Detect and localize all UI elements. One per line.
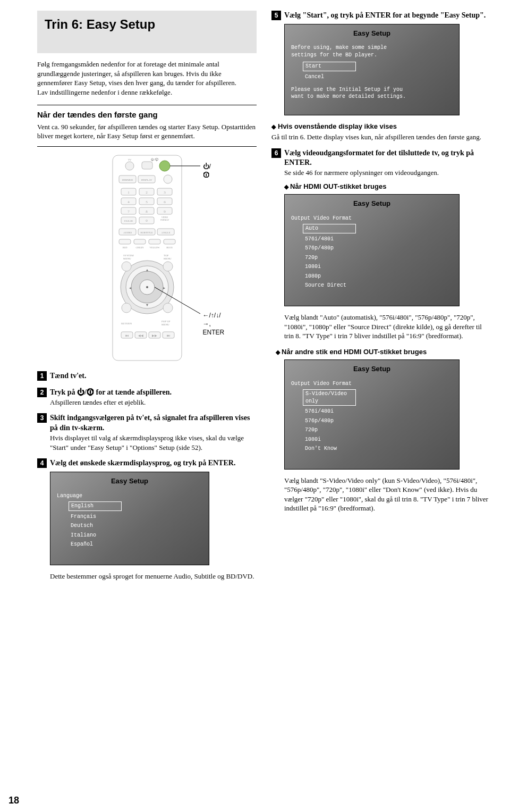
no-display-text: Gå til trin 6. Dette display vises kun, … [271,132,491,142]
step-2: 2 Tryk på ⏻/⏼ for at tænde afspilleren. … [37,388,257,407]
hdmi-note: Vælg blandt "Auto" (automatisk), "576i/4… [284,313,491,341]
svg-text:▴: ▴ [146,267,148,272]
svg-text:6: 6 [164,200,166,204]
svg-text:AUDIO: AUDIO [123,231,131,234]
screen-title: Easy Setup [291,364,453,374]
svg-point-11 [164,175,172,183]
svg-text:YELLOW: YELLOW [149,246,160,249]
screen-hdmi-format: Easy Setup Output Video Format Auto 576i… [284,194,460,306]
svg-text:▸: ▸ [163,286,165,290]
svg-point-58 [146,286,148,288]
svg-text:3: 3 [164,190,166,195]
step-3: 3 Skift indgangsvælgeren på tv'et, så si… [37,413,257,452]
screen-option: 576p/480p [303,417,356,425]
when-other-heading: Når andre stik end HDMI OUT-stikket brug… [284,347,491,357]
screen-option: Français [69,513,122,521]
screen-option: 576p/480p [303,244,356,253]
svg-text:▾: ▾ [146,303,148,307]
svg-text:8: 8 [146,210,148,214]
svg-point-4 [159,161,170,171]
when-hdmi-heading: Når HDMI OUT-stikket bruges [284,182,491,191]
svg-text:MENU: MENU [162,323,169,326]
svg-text:RED: RED [122,246,128,249]
intro-text: Følg fremgangsmåden nedenfor for at fore… [37,60,257,97]
step-headline: Vælg "Start", og tryk på ENTER for at be… [284,11,486,19]
svg-text:⏻/⏼: ⏻/⏼ [151,158,158,161]
svg-text:GREEN: GREEN [135,246,144,249]
svg-text:⏭: ⏭ [167,334,170,337]
step-5: 5 Vælg "Start", og tryk på ENTER for at … [271,11,491,21]
screen-before-text: Before using, make some simple settings … [291,44,453,58]
screen-option: Deutsch [69,522,122,530]
svg-text:SYSTEM: SYSTEM [123,254,134,257]
svg-text:⏮: ⏮ [125,334,129,337]
svg-point-66 [163,303,173,313]
screen-label: Output Video Format [291,380,453,388]
step-number: 5 [271,11,281,20]
svg-point-1 [125,162,134,170]
screen-title: Easy Setup [291,29,453,38]
svg-point-65 [122,303,131,313]
step-headline: Vælg det ønskede skærmdisplaysprog, og t… [50,459,235,467]
callout-power: ⏻/⏼ [203,162,211,179]
screen-option: Don't Know [303,445,356,453]
svg-text:▶▶: ▶▶ [152,334,157,337]
step-1: 1 Tænd tv'et. [37,371,257,381]
svg-text:SUBTITLE: SUBTITLE [140,231,153,234]
screen-option: 1080i [303,263,356,271]
svg-text:RETURN: RETURN [121,322,132,325]
screen-option: English [69,501,122,511]
svg-rect-44 [149,239,160,244]
svg-rect-3 [142,162,152,169]
screen-option: 1080i [303,436,356,444]
step-headline: Skift indgangsvælgeren på tv'et, så sign… [50,414,250,432]
svg-text:BLUE: BLUE [166,246,173,249]
section-title: Trin 6: Easy Setup [45,16,249,33]
step-4: 4 Vælg det ønskede skærmdisplaysprog, og… [37,458,257,468]
step-number: 4 [37,458,47,468]
step-text: Afspilleren tændes efter et øjeblik. [50,398,257,407]
svg-point-64 [163,262,173,271]
screen-other-format: Easy Setup Output Video Format S-Video/V… [284,359,460,470]
svg-text:4: 4 [128,200,130,204]
first-power-on-text: Vent ca. 90 sekunder, før afspilleren tæ… [37,122,257,141]
screen-option: Cancel [303,73,356,81]
svg-text:1: 1 [128,190,130,195]
section-title-box: Trin 6: Easy Setup [37,11,257,53]
step-headline: Tænd tv'et. [50,372,86,380]
step-6: 6 Vælg videoudgangsformatet for det tils… [271,148,491,191]
svg-text:DISPLAY: DISPLAY [141,179,152,181]
svg-text:MENU: MENU [164,257,172,260]
screen-label: Output Video Format [291,215,453,222]
screen-option: 720p [303,254,356,262]
no-display-heading: Hvis ovenstående display ikke vises [271,122,491,131]
screen-start: Easy Setup Before using, make some simpl… [284,24,460,116]
svg-text:0: 0 [146,219,148,223]
step-number: 2 [37,388,47,397]
screen-option: Español [69,540,122,549]
step-text: Se side 46 for nærmere oplysninger om vi… [284,168,491,178]
screen-title: Easy Setup [57,476,202,486]
svg-rect-42 [119,239,131,244]
callout-enter: ←/↑/↓/→, ENTER [203,311,225,337]
svg-text:2: 2 [146,190,148,195]
step-number: 3 [37,413,47,423]
svg-text:TV: TV [128,158,131,161]
svg-text:MENU: MENU [123,257,131,260]
screen-option: Source Direct [303,281,356,290]
step-headline: Tryk på ⏻/⏼ for at tænde afspilleren. [50,388,172,396]
language-note: Dette bestemmer også sproget for menuern… [50,572,257,581]
screen-label: Language [57,492,202,500]
svg-text:5: 5 [146,200,148,204]
svg-rect-43 [134,239,146,244]
step-number: 6 [271,148,281,158]
svg-text:9: 9 [164,210,166,214]
first-power-on-heading: Når der tændes den første gang [37,110,257,120]
screen-option: Start [303,62,356,71]
screen-option: 576i/480i [303,235,356,244]
step-headline: Vælg videoudgangsformatet for det tilslu… [284,149,474,167]
screen-option: Auto [303,224,356,233]
step-text: Hvis displayet til valg af skærmdisplays… [50,433,257,452]
svg-text:7: 7 [128,210,130,214]
screen-language: Easy Setup Language English Français Deu… [50,472,209,565]
